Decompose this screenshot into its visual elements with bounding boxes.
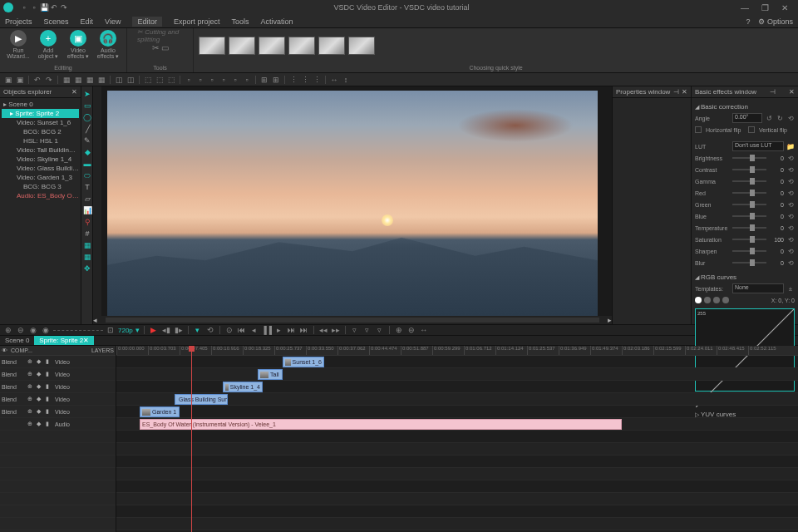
tree-node[interactable]: BCG: BCG 2 [2,127,79,136]
tb-icon[interactable]: ⬚ [166,75,176,85]
shape2-tool-icon[interactable]: ▬ [81,158,93,170]
track-toggle-icon[interactable]: ⊕ [27,371,34,377]
goto-start-icon[interactable]: ⊙ [224,326,234,334]
panel-close-icon[interactable]: ✕ [682,88,687,96]
lut-select[interactable]: Don't use LUT [732,141,784,151]
slider-brightness[interactable] [732,157,766,159]
panel-pin-icon[interactable]: ⊣ [673,88,679,96]
anim-tool-icon[interactable]: ▦ [81,251,93,263]
cam2-icon[interactable]: ◉ [41,326,51,334]
tb-icon[interactable]: ▦ [73,75,83,85]
blend-mode[interactable]: Blend [2,359,25,365]
tb-undo-icon[interactable]: ↶ [32,75,42,85]
tb-icon[interactable]: ▫ [230,75,240,85]
timeline-track[interactable]: Tall [116,368,798,381]
tree-node[interactable]: Video: Sunset 1_6 [2,118,79,127]
run-wizard-button[interactable]: ▶Run Wizard... [5,30,32,59]
tooltip-tool-icon[interactable]: ▱ [81,193,93,204]
h-scrollbar[interactable]: ◂▸ [93,316,612,324]
tb-icon[interactable]: ⬚ [143,75,153,85]
qat-open-icon[interactable]: ▫ [30,3,38,12]
shape-tool-icon[interactable]: ◆ [81,146,93,158]
timeline-track[interactable]: ES_Body Of Water (Instrumental Version) … [116,418,798,431]
video-effects-button[interactable]: ▣Video effects ▾ [65,30,91,59]
reset-icon[interactable]: ⟲ [786,155,795,162]
reset-icon[interactable]: ⟲ [786,166,795,174]
tree-node[interactable]: Video: Garden 1_3 [2,173,79,182]
tree-node[interactable]: ▸ Scene 0 [2,100,79,109]
tb-icon[interactable]: ▫ [219,75,229,85]
fit-icon[interactable]: ⊡ [106,326,116,334]
tb-icon[interactable]: ⊞ [259,75,269,85]
panel-close-icon[interactable]: ✕ [71,88,77,96]
pause-icon[interactable]: ▐▐ [262,326,272,334]
menu-activation[interactable]: Activation [260,17,293,26]
slider-red[interactable] [732,192,766,194]
sprite-tool-icon[interactable]: ▦ [81,239,93,251]
playhead[interactable] [191,346,192,532]
rec2-icon[interactable]: ⊖ [16,326,26,334]
fit2-icon[interactable]: ↔ [419,326,429,334]
track-keyframe-icon[interactable]: ◆ [37,421,43,427]
audio-effects-button[interactable]: 🎧Audio effects ▾ [95,30,121,59]
tb-icon[interactable]: ▫ [207,75,217,85]
slider-saturation[interactable] [732,239,766,240]
tb-icon[interactable]: ▫ [195,75,205,85]
track-keyframe-icon[interactable]: ◆ [37,396,43,402]
vflip-checkbox[interactable] [748,126,755,133]
skip-back-icon[interactable]: ⏮ [237,326,247,334]
chart-tool-icon[interactable]: 📊 [81,204,93,216]
qat-new-icon[interactable]: ▫ [20,3,28,12]
track-toggle-icon[interactable]: ⊕ [27,358,34,365]
slider-blur[interactable] [732,262,766,264]
tb-icon[interactable]: ↔ [329,75,339,85]
timeline-clip[interactable]: Garden 1 [140,406,180,417]
tb-icon[interactable]: ◫ [114,75,124,85]
menu-edit[interactable]: Edit [81,17,94,26]
track-visible-icon[interactable]: ▮ [46,421,52,427]
loop-icon[interactable]: ⟲ [205,326,215,334]
tb-redo-icon[interactable]: ↷ [44,75,54,85]
step-back-icon[interactable]: ◂ [249,326,259,334]
preview-viewport[interactable]: ◂▸ [93,86,612,324]
reset-icon[interactable]: ⟲ [786,115,795,122]
style-thumb[interactable] [229,37,255,55]
track-keyframe-icon[interactable]: ◆ [37,358,43,365]
move-tool-icon[interactable]: ✥ [81,263,93,274]
track-toggle-icon[interactable]: ⊕ [27,383,34,390]
blend-mode[interactable]: Blend [2,397,25,402]
tb-icon[interactable]: ⊞ [271,75,281,85]
tb-icon[interactable]: ↕ [341,75,351,85]
cursor-tool-icon[interactable]: ➤ [81,88,93,100]
track-toggle-icon[interactable]: ⊕ [27,396,34,402]
qat-undo-icon[interactable]: ↶ [50,3,58,12]
track-visible-icon[interactable]: ▮ [46,358,52,365]
reset-icon[interactable]: ⟲ [786,178,795,185]
tb-icon[interactable]: ▦ [85,75,95,85]
zoom-icon[interactable]: ⊕ [394,326,404,334]
zoom2-icon[interactable]: ⊖ [406,326,416,334]
mode-icon[interactable]: ▾ [193,326,203,334]
angle-input[interactable]: 0.00° [732,113,762,123]
menu-view[interactable]: View [105,17,121,26]
slider-blue[interactable] [732,215,766,217]
person-tool-icon[interactable]: ⚲ [81,216,93,228]
cut-split-button[interactable]: ✂ Cutting and splitting [132,30,188,42]
shape3-tool-icon[interactable]: ⬭ [81,170,93,181]
track-visible-icon[interactable]: ▮ [46,371,52,377]
slider-contrast[interactable] [732,169,766,170]
reset-icon[interactable]: ⟲ [786,213,795,220]
track-keyframe-icon[interactable]: ◆ [37,371,43,377]
track-visible-icon[interactable]: ▮ [46,383,52,390]
track-keyframe-icon[interactable]: ◆ [37,383,43,390]
frame-back-icon[interactable]: ◂▮ [161,326,171,334]
reset-icon[interactable]: ⟲ [786,248,795,255]
tb-icon[interactable]: ⋮ [288,75,298,85]
qat-redo-icon[interactable]: ↷ [60,3,68,12]
tab-scene-0[interactable]: Scene 0 [0,336,34,345]
reset-icon[interactable]: ⟲ [786,190,795,197]
style-thumb[interactable] [199,37,225,55]
basic-correction-section[interactable]: Basic correction [695,101,795,112]
tb-icon[interactable]: ⬚ [155,75,165,85]
scrubber[interactable] [53,330,103,331]
